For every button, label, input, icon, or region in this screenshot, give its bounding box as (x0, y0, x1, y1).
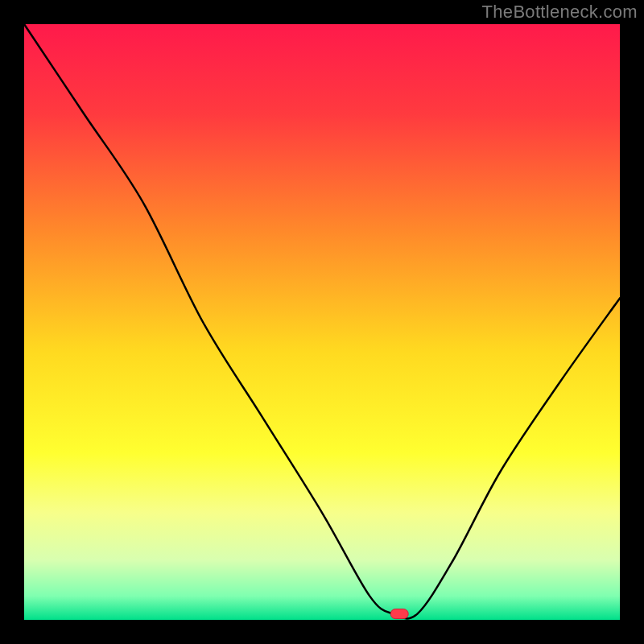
watermark-text: TheBottleneck.com (482, 2, 638, 23)
chart-container: TheBottleneck.com (0, 0, 644, 644)
optimal-marker (390, 609, 408, 619)
bottleneck-chart (0, 0, 644, 644)
plot-area (24, 24, 620, 620)
